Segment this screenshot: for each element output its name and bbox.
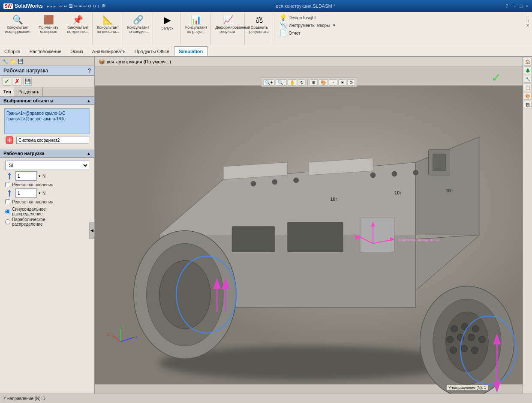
- dropdown-arrow-2[interactable]: ▾: [39, 191, 41, 195]
- svg-point-36: [478, 336, 485, 343]
- value1-input[interactable]: [15, 171, 37, 181]
- panel-icon-1[interactable]: 🔧: [2, 58, 9, 65]
- design-insight-item[interactable]: 💡 Design Insight: [279, 14, 339, 21]
- menu-assembly[interactable]: Сборка: [0, 46, 25, 56]
- sw-logo-box: SW: [3, 3, 13, 9]
- max-button[interactable]: □: [520, 3, 523, 9]
- rt-home-btn[interactable]: 🏠: [524, 58, 532, 66]
- zoom-out-btn[interactable]: 🔍-: [276, 79, 286, 86]
- reverse2-label: Реверс направления: [12, 200, 54, 204]
- sin-distribution-row: Синусоидальноераспределение: [5, 207, 89, 216]
- unit-select[interactable]: SI: [5, 161, 89, 170]
- btn-consultant-research[interactable]: 🔍 Консультантисследования: [4, 14, 31, 35]
- rt-color-btn[interactable]: 🎨: [524, 92, 532, 100]
- viewport-breadcrumb-icon: 📦: [99, 59, 105, 65]
- ribbon-min-btn[interactable]: ─: [526, 14, 529, 18]
- dropdown-arrow-1[interactable]: ▾: [39, 174, 41, 178]
- rt-tree-btn[interactable]: 🌲: [524, 66, 532, 74]
- lighting-btn[interactable]: ☀: [338, 79, 346, 86]
- save-button[interactable]: 💾: [23, 77, 32, 86]
- working-load-header[interactable]: Рабочая нагрузка ▲: [0, 149, 94, 158]
- report-label: Отчет: [289, 31, 300, 36]
- epure-tools-item[interactable]: 📉 Инструменты эпюры ▾: [279, 21, 339, 29]
- btn-consultant-ext[interactable]: 📐 Консультантпо внешни...: [96, 14, 120, 35]
- sin-radio[interactable]: [5, 209, 10, 214]
- cancel-button[interactable]: ✗: [13, 77, 21, 86]
- tab-type[interactable]: Тип: [0, 87, 15, 96]
- unit-label-1: N: [42, 174, 45, 179]
- svg-point-30: [451, 325, 458, 332]
- consultant-research-icon: 🔍: [12, 15, 23, 25]
- zoom-in-btn[interactable]: 🔍+: [263, 79, 275, 86]
- epure-dropdown-arrow[interactable]: ▾: [333, 23, 335, 27]
- selected-objects-list: Грань<1>@правое крыло-1/С Грань<2>@левое…: [4, 108, 90, 134]
- btn-apply-material[interactable]: 🟫 Применитьматериал: [38, 14, 60, 35]
- reverse2-row: Реверс направления: [5, 199, 89, 204]
- view-btn[interactable]: →: [329, 79, 337, 86]
- value2-input[interactable]: [15, 188, 37, 198]
- sphere-btn[interactable]: ⊙: [347, 79, 355, 86]
- par-distribution-row: Параболическоераспределение: [5, 217, 89, 227]
- menu-layout[interactable]: Расположение: [25, 46, 66, 56]
- menu-products[interactable]: Продукты Office: [130, 46, 174, 56]
- consultant-result-label: Консультантпо резул...: [185, 26, 207, 34]
- close-button[interactable]: ×: [526, 3, 529, 9]
- reverse1-checkbox[interactable]: [5, 182, 10, 187]
- rt-tool-btn[interactable]: 🔧: [524, 75, 532, 83]
- rt-image-btn[interactable]: 🖼: [524, 101, 532, 108]
- btn-deformed[interactable]: 📈 Деформированныйрезультат: [214, 14, 242, 35]
- main-area: 🔧 📁 💾 Рабочая нагрузка ? ✓ ✗ 💾 Тип Разде…: [0, 57, 532, 403]
- apply-material-icon: 🟫: [43, 15, 54, 25]
- toolbar-divider: [307, 79, 308, 86]
- reverse2-checkbox[interactable]: [5, 199, 10, 204]
- viewport-3d[interactable]: 🔍+ 🔍- ✋ ↻ ⚙ 🎨 → ☀ ⊙ ✓ ✕: [95, 66, 523, 403]
- par-radio[interactable]: [5, 219, 10, 224]
- launch-label: Запуск: [161, 27, 173, 31]
- group-apply-material: 🟫 Применитьматериал: [35, 13, 63, 45]
- confirm-button[interactable]: ✓: [3, 77, 11, 86]
- launch-icon: ▶: [164, 15, 171, 26]
- min-button[interactable]: −: [513, 3, 516, 9]
- panel-help-btn[interactable]: ?: [88, 68, 91, 74]
- viewport-breadcrumb: вся конструкция (По умолч...): [107, 59, 171, 64]
- panel-icon-3[interactable]: 💾: [17, 58, 24, 65]
- coord-system-input[interactable]: Система координат2: [16, 137, 89, 144]
- consultant-result-icon: 📊: [191, 15, 201, 25]
- direction-icon-1: [5, 172, 14, 180]
- btn-consultant-result[interactable]: 📊 Консультантпо резул...: [184, 14, 208, 35]
- selected-item-2: Грань<2>@левое крыло-1/Ос: [6, 116, 88, 122]
- unit-row: SI: [5, 161, 89, 170]
- panel-collapse-handle[interactable]: ◀: [89, 222, 94, 239]
- btn-compare[interactable]: ⚖ Сравнитьрезультаты: [248, 14, 270, 35]
- tab-split[interactable]: Разделить: [15, 87, 43, 96]
- menu-sketch[interactable]: Эскиз: [66, 46, 87, 56]
- report-item[interactable]: 📄 Отчет: [279, 29, 339, 37]
- design-insight-icon: 💡: [280, 14, 287, 21]
- coord-system-row: Система координат2: [5, 136, 89, 144]
- menu-simulation[interactable]: Simulation: [174, 46, 207, 56]
- panel-icon-2[interactable]: 📁: [9, 58, 16, 65]
- ribbon-max-btn[interactable]: □: [526, 18, 529, 23]
- selected-objects-header[interactable]: Выбранные объекты ▲: [0, 97, 94, 105]
- rotate-btn[interactable]: ↻: [298, 79, 306, 86]
- consultant-conn-icon: 🔗: [133, 15, 144, 25]
- consultant-conn-label: Консультантпо соедин...: [127, 26, 149, 34]
- group-consultant-ext: 📐 Консультантпо внешни...: [93, 13, 123, 45]
- menu-analyze[interactable]: Анализировать: [88, 46, 130, 56]
- svg-marker-44: [494, 382, 500, 391]
- titlebar: SW SolidWorks ▸ ▸ ▸ ↩ ↩ 🖫 ✂ ✒ ↩ ↺ ↻ ↕ 🔎 …: [0, 0, 532, 12]
- btn-consultant-conn[interactable]: 🔗 Консультантпо соедин...: [126, 14, 150, 35]
- consultant-ext-icon: 📐: [102, 15, 113, 25]
- toolbar-ribbon: 🔍 Консультантисследования 🟫 Применитьмат…: [0, 12, 532, 46]
- btn-consultant-fix[interactable]: 📌 Консультантпо крепле...: [66, 14, 89, 35]
- ribbon-close-btn[interactable]: ✕: [526, 23, 529, 28]
- rt-layers-btn[interactable]: 📋: [524, 84, 532, 91]
- settings-btn[interactable]: ⚙: [310, 79, 318, 86]
- color-btn[interactable]: 🎨: [319, 79, 328, 86]
- svg-rect-68: [433, 154, 446, 171]
- btn-launch[interactable]: ▶ Запуск: [156, 14, 178, 32]
- help-icon[interactable]: ?: [505, 3, 508, 9]
- design-insight-label: Design Insight: [289, 15, 316, 20]
- epure-tools-icon: 📉: [280, 22, 287, 29]
- pan-btn[interactable]: ✋: [288, 79, 297, 86]
